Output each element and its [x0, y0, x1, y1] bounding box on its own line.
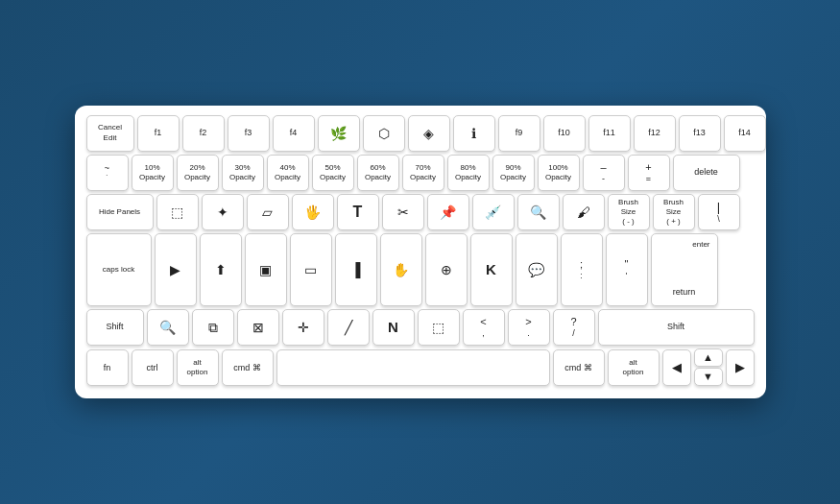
info-icon: ℹ: [471, 127, 476, 140]
tool-icon: 🌿: [330, 127, 347, 140]
key-text[interactable]: T: [337, 194, 379, 230]
key-f10[interactable]: f10: [543, 115, 586, 152]
key-cancel-edit[interactable]: CancelEdit: [86, 115, 134, 152]
key-cmd-right[interactable]: cmd ⌘: [553, 349, 605, 386]
key-upload[interactable]: ⬆: [200, 233, 242, 306]
key-rect-select[interactable]: ▭: [290, 233, 332, 306]
panel-icon: ▐: [351, 263, 361, 276]
key-eraser[interactable]: ▱: [247, 194, 289, 230]
key-alt-right[interactable]: altoption: [608, 349, 660, 386]
key-pen[interactable]: ╱: [327, 309, 370, 346]
transform-icon: ⊠: [252, 321, 264, 334]
key-speech[interactable]: 💬: [516, 233, 558, 306]
key-arrow-up[interactable]: ▲: [694, 348, 723, 367]
shape-icon: ⬡: [378, 127, 390, 140]
key-50pct[interactable]: 50%Opacity: [312, 155, 354, 191]
key-zoom[interactable]: 🔍: [517, 194, 560, 230]
key-fn[interactable]: fn: [86, 349, 129, 386]
key-backslash[interactable]: |\: [698, 194, 740, 230]
key-arrow-right[interactable]: ▶: [726, 349, 755, 386]
key-80pct[interactable]: 80%Opacity: [447, 155, 490, 191]
key-cmd-left[interactable]: cmd ⌘: [222, 349, 274, 386]
fn-row: CancelEdit f1 f2 f3 f4 🌿 ⬡ ◈ ℹ f9 f10 f1…: [86, 115, 755, 152]
key-10pct[interactable]: 10%Opacity: [132, 155, 174, 191]
key-panel-toggle[interactable]: ▐: [335, 233, 377, 306]
key-brush-size-dec[interactable]: BrushSize( - ): [608, 194, 650, 230]
key-tilde[interactable]: ~`: [86, 155, 129, 191]
layers-icon: ◈: [423, 127, 434, 140]
key-f12[interactable]: f12: [634, 115, 676, 152]
key-brush[interactable]: 🖌: [563, 194, 605, 230]
key-brush-size-inc[interactable]: BrushSize( + ): [653, 194, 695, 230]
key-eyedropper[interactable]: 💉: [472, 194, 515, 230]
eraser-icon: ▱: [262, 205, 273, 219]
key-40pct[interactable]: 40%Opacity: [267, 155, 309, 191]
rect-select-icon: ▭: [304, 263, 317, 276]
key-f2[interactable]: f2: [182, 115, 225, 152]
key-plus[interactable]: +=: [628, 155, 670, 191]
key-shift-right[interactable]: Shift: [598, 309, 755, 346]
eyedropper-icon: 💉: [485, 205, 501, 219]
key-crop[interactable]: ▣: [245, 233, 287, 306]
scissors-icon: ✂: [397, 205, 409, 219]
key-shift-left[interactable]: Shift: [86, 309, 144, 346]
key-scissors[interactable]: ✂: [382, 194, 424, 230]
key-question[interactable]: ?/: [553, 309, 595, 346]
key-pin[interactable]: 📌: [427, 194, 469, 230]
key-stamp[interactable]: 🖐: [292, 194, 334, 230]
speech-icon: 💬: [528, 263, 544, 276]
key-semicolon[interactable]: ;:: [561, 233, 603, 306]
key-lt[interactable]: <,: [463, 309, 505, 346]
key-k[interactable]: K: [470, 233, 513, 306]
key-90pct[interactable]: 90%Opacity: [492, 155, 535, 191]
key-caps-lock[interactable]: caps lock: [86, 233, 152, 306]
key-ctrl[interactable]: ctrl: [132, 349, 174, 386]
key-minus[interactable]: –-: [583, 155, 625, 191]
key-20pct[interactable]: 20%Opacity: [177, 155, 219, 191]
brush-icon: 🖌: [577, 205, 590, 219]
key-magic-wand[interactable]: ✦: [202, 194, 244, 230]
text-icon: T: [353, 204, 363, 220]
key-30pct[interactable]: 30%Opacity: [222, 155, 264, 191]
stamp-icon: 🖐: [304, 205, 321, 219]
key-lasso[interactable]: ⊕: [425, 233, 468, 306]
arrow-tool-icon: ▶: [170, 263, 180, 276]
key-100pct[interactable]: 100%Opacity: [538, 155, 580, 191]
key-f7[interactable]: ◈: [408, 115, 450, 152]
key-f11[interactable]: f11: [588, 115, 631, 152]
key-gt[interactable]: >.: [508, 309, 550, 346]
key-f6[interactable]: ⬡: [363, 115, 405, 152]
key-f9[interactable]: f9: [498, 115, 540, 152]
zoom-icon: 🔍: [530, 205, 546, 219]
key-hand[interactable]: ✋: [380, 233, 422, 306]
key-f1[interactable]: f1: [137, 115, 180, 152]
key-export[interactable]: ⧉: [192, 309, 234, 346]
key-f14[interactable]: f14: [724, 115, 766, 152]
keyboard: CancelEdit f1 f2 f3 f4 🌿 ⬡ ◈ ℹ f9 f10 f1…: [75, 106, 766, 398]
key-f3[interactable]: f3: [228, 115, 270, 152]
bottom-row: fn ctrl altoption cmd ⌘ cmd ⌘ altoption …: [86, 348, 755, 386]
key-f13[interactable]: f13: [679, 115, 721, 152]
key-60pct[interactable]: 60%Opacity: [357, 155, 399, 191]
select-icon: ⬚: [171, 205, 183, 219]
key-search[interactable]: 🔍: [147, 309, 189, 346]
key-f5[interactable]: 🌿: [318, 115, 360, 152]
key-arrow-left[interactable]: ◀: [662, 349, 691, 386]
key-transform[interactable]: ⊠: [237, 309, 279, 346]
key-enter[interactable]: enter return: [651, 233, 718, 306]
key-f4[interactable]: f4: [273, 115, 315, 152]
key-marquee[interactable]: ⬚: [418, 309, 460, 346]
number-row: ~` 10%Opacity 20%Opacity 30%Opacity 40%O…: [86, 155, 755, 191]
key-quote[interactable]: "': [606, 233, 648, 306]
key-f8[interactable]: ℹ: [453, 115, 495, 152]
key-n[interactable]: N: [372, 309, 415, 346]
key-move[interactable]: ✛: [282, 309, 324, 346]
key-delete[interactable]: delete: [673, 155, 740, 191]
key-space[interactable]: [276, 349, 550, 386]
key-arrow-down[interactable]: ▼: [694, 368, 723, 386]
key-hide-panels[interactable]: Hide Panels: [86, 194, 154, 230]
key-alt-left[interactable]: altoption: [177, 349, 219, 386]
key-select[interactable]: ⬚: [156, 194, 199, 230]
key-arrow-tool[interactable]: ▶: [155, 233, 197, 306]
key-70pct[interactable]: 70%Opacity: [402, 155, 444, 191]
